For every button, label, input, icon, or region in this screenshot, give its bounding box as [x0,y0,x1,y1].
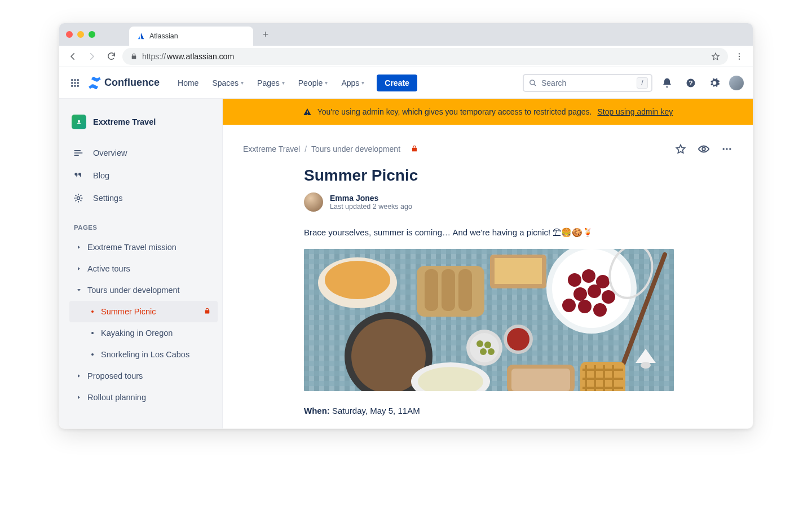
chevron-down-icon: ▾ [282,80,285,86]
banner-text: You're using admin key, which gives you … [317,107,592,116]
search-input[interactable]: Search / [523,74,652,92]
warning-icon [303,107,312,116]
browser-toolbar: https:// www.atlassian.com [59,46,753,67]
nav-spaces[interactable]: Spaces▾ [206,75,249,91]
forward-button[interactable] [84,49,100,64]
author-name[interactable]: Emma Jones [330,194,412,203]
svg-point-19 [723,148,725,150]
author-avatar[interactable] [304,192,323,212]
maximize-window-button[interactable] [89,31,95,38]
close-window-button[interactable] [66,31,73,38]
banner-link[interactable]: Stop using admin key [597,107,673,116]
star-icon[interactable] [711,52,720,61]
breadcrumb-parent[interactable]: Tours under development [311,144,400,154]
svg-rect-9 [71,85,73,86]
breadcrumbs: Exxtreme Travel / Tours under developmen… [243,144,418,154]
chevron-down-icon: ▾ [241,80,244,86]
search-icon [528,78,537,87]
browser-tabbar: Atlassian + [59,23,753,46]
svg-point-51 [476,340,483,347]
svg-point-16 [78,120,80,122]
svg-rect-4 [74,79,76,81]
last-updated: Last updated 2 weeks ago [330,203,412,211]
svg-rect-32 [442,269,455,311]
help-button[interactable]: ? [682,74,700,92]
sidebar-settings[interactable]: Settings [69,187,218,209]
admin-key-banner: You're using admin key, which gives you … [223,99,753,125]
confluence-logo[interactable]: Confluence [89,77,160,89]
new-tab-button[interactable]: + [258,27,273,42]
browser-tab[interactable]: Atlassian [129,27,253,46]
gear-icon [73,192,84,204]
browser-menu-button[interactable] [731,49,747,64]
blog-icon [73,170,84,181]
bullet-icon: • [89,307,96,316]
space-name: Exxtreme Travel [93,117,156,126]
when-line: When: Saturday, May 5, 11AM [304,406,687,415]
app-header: Confluence Home Spaces▾ Pages▾ People▾ A… [59,67,753,99]
tree-item-tours-dev[interactable]: Tours under development [69,279,218,301]
watch-icon[interactable] [698,143,710,155]
profile-avatar[interactable] [729,76,744,90]
svg-point-41 [573,287,587,301]
chevron-right-icon [75,373,83,379]
svg-rect-11 [77,85,79,86]
confluence-icon [89,77,101,89]
tree-item-rollout[interactable]: Rollout planning [69,387,218,408]
page-title: Summer Picnic [304,167,687,185]
create-button[interactable]: Create [377,75,417,91]
tree-item-active-tours[interactable]: Active tours [69,258,218,279]
space-avatar [72,115,86,129]
svg-point-17 [77,197,80,200]
svg-point-18 [702,147,705,151]
svg-rect-60 [511,369,570,391]
more-actions-icon[interactable] [721,143,732,155]
chevron-down-icon [75,287,83,293]
nav-people[interactable]: People▾ [293,75,334,91]
app-switcher-button[interactable] [68,76,82,90]
tree-item-kayaking[interactable]: • Kayaking in Oregon [69,322,218,344]
breadcrumb-space[interactable]: Exxtreme Travel [243,144,300,154]
lock-icon [411,144,418,154]
svg-rect-7 [74,82,76,84]
svg-rect-35 [495,258,542,284]
search-shortcut-key: / [637,77,648,89]
space-header[interactable]: Exxtreme Travel [72,115,218,129]
chevron-right-icon [75,395,83,400]
svg-rect-5 [77,79,79,81]
star-icon[interactable] [675,143,686,155]
minimize-window-button[interactable] [77,31,84,38]
when-label: When: [304,406,330,415]
tree-item-mission[interactable]: Exxtreme Travel mission [69,237,218,258]
page-actions [675,143,732,155]
reload-button[interactable] [103,49,119,64]
sidebar-blog[interactable]: Blog [69,164,218,187]
sidebar-overview[interactable]: Overview [69,142,218,164]
back-button[interactable] [65,49,81,64]
byline: Emma Jones Last updated 2 weeks ago [304,192,687,212]
svg-point-39 [582,269,595,283]
url-host: www.atlassian.com [167,52,234,61]
search-placeholder: Search [541,78,566,87]
settings-button[interactable] [705,74,723,92]
sidebar: Exxtreme Travel Overview Blog Settings P… [59,99,223,428]
address-bar[interactable]: https:// www.atlassian.com [122,48,728,65]
svg-point-42 [588,284,601,298]
tree-item-proposed[interactable]: Proposed tours [69,365,218,387]
tree-item-summer-picnic[interactable]: • Summer Picnic [69,301,218,322]
chevron-right-icon [75,266,83,271]
page-body: Exxtreme Travel / Tours under developmen… [223,125,753,428]
notifications-button[interactable] [658,74,676,92]
svg-rect-3 [71,79,73,81]
nav-apps[interactable]: Apps▾ [336,75,370,91]
svg-point-46 [593,303,607,317]
hero-image [304,249,674,391]
svg-rect-10 [74,85,76,86]
svg-point-1 [739,55,740,56]
window-controls [66,31,95,38]
svg-rect-6 [71,82,73,84]
lock-icon [130,52,138,60]
nav-pages[interactable]: Pages▾ [251,75,290,91]
tree-item-snorkeling[interactable]: • Snorkeling in Los Cabos [69,344,218,365]
nav-home[interactable]: Home [172,75,204,91]
